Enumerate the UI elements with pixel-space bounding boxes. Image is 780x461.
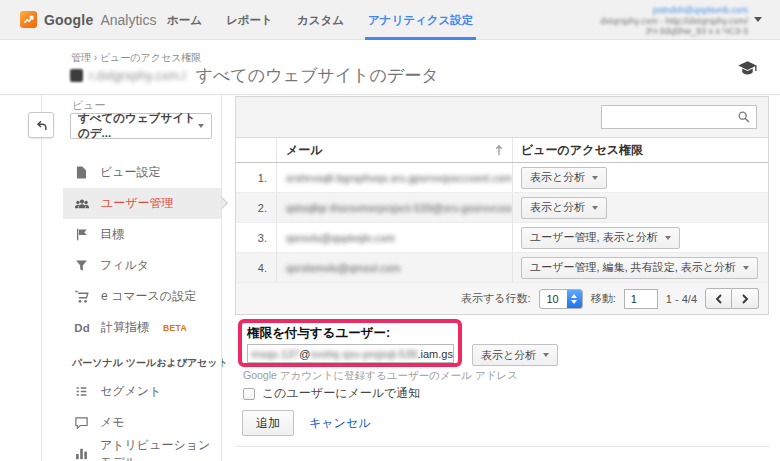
permission-value: ユーザー管理, 編集, 共有設定, 表示と分析 <box>530 260 736 275</box>
nav-admin-label: アナリティクス設定 <box>368 13 473 28</box>
left-gutter-divider <box>41 95 42 461</box>
page-title-row: r.dxtgrxphy.cxm.l すべてのウェブサイトのデータ <box>70 64 439 87</box>
user-permissions-panel: メール ビューのアクセス権限 1. srshrvsqtl-bgrsphvqs.s… <box>235 96 769 315</box>
permission-value: 表示と分析 <box>481 348 536 363</box>
rows-per-page-select[interactable]: 10 <box>539 289 583 309</box>
permission-dropdown[interactable]: 表示と分析 <box>521 197 607 219</box>
previous-page-button[interactable] <box>705 288 732 309</box>
row-number-header <box>236 138 277 162</box>
sidebar-item-user-management[interactable]: ユーザー管理 <box>63 188 221 219</box>
account-property: dxtqrsphy.cxm - http://dxtqrsphy.cxm/ <box>600 16 748 27</box>
row-number: 1. <box>236 163 277 192</box>
sidebar-item-segments[interactable]: セグメント <box>63 376 221 407</box>
content-bottom-divider <box>235 446 769 447</box>
sidebar-item-label: メモ <box>100 414 125 431</box>
bar-chart-icon <box>74 446 89 461</box>
row-email-cell: srshrvsqtl-bgrsphvqs.srs.gpsrvvqssccsxnt… <box>277 163 513 192</box>
sidebar-divider <box>221 95 222 461</box>
stepper-icon <box>567 290 582 308</box>
permission-column-header: ビューのアクセス権限 <box>513 138 768 162</box>
brand[interactable]: Google Analytics <box>20 11 156 28</box>
new-user-permission-wrap: 表示と分析 <box>472 344 558 366</box>
caret-down-icon <box>543 353 549 357</box>
top-bar: Google Analytics ホーム レポート カスタム アナリティクス設定… <box>0 0 780 40</box>
email-column-header[interactable]: メール <box>277 138 513 162</box>
permission-dropdown[interactable]: ユーザー管理, 編集, 共有設定, 表示と分析 <box>521 257 758 279</box>
goto-page-input[interactable]: 1 <box>624 289 658 309</box>
new-user-email-input[interactable]: msqs-137@svshq qsv-prsjsqt-539.iam.gserv… <box>247 344 454 363</box>
sidebar-item-label: ビュー設定 <box>100 164 161 181</box>
chevron-left-icon <box>715 294 723 304</box>
chevron-right-icon <box>741 294 749 304</box>
cancel-link[interactable]: キャンセル <box>309 415 370 432</box>
sidebar-item-label: e コマースの設定 <box>101 288 196 305</box>
row-permission-cell: 表示と分析 <box>513 193 768 222</box>
personal-tools-section: パーソナル ツールおよびアセット <box>72 356 214 370</box>
nav-reporting[interactable]: レポート <box>226 0 273 40</box>
row-email-cell: qsrsvls@qsplvqln.cxm <box>277 223 513 252</box>
nav-home[interactable]: ホーム <box>167 0 202 40</box>
brand-google-text: Google <box>44 12 93 28</box>
row-permission-cell: ユーザー管理, 表示と分析 <box>513 223 768 252</box>
user-email: qstsqllqr-thsrsvmxrprsjsct-539@srs-gssrv… <box>286 202 512 214</box>
nav-admin[interactable]: アナリティクス設定 <box>368 0 473 40</box>
row-email-cell: qsrslsmvls@qmsvl.cxm <box>277 253 513 282</box>
property-name: r.dxtgrxphy.cxm.l <box>89 68 186 83</box>
brand-analytics-text: Analytics <box>100 12 156 28</box>
new-user-permission-dropdown[interactable]: 表示と分析 <box>472 344 558 366</box>
permission-value: 表示と分析 <box>530 170 585 185</box>
sidebar-item-label: 目標 <box>100 226 124 243</box>
document-icon <box>74 165 89 180</box>
account-view: 3Ч-3dq5hw_93 x x ЧC3-3 <box>600 26 748 37</box>
next-page-button[interactable] <box>732 288 759 309</box>
account-switcher[interactable]: pstndsh@qxplsvnb.cxm dxtqrsphy.cxm - htt… <box>600 5 748 37</box>
row-permission-cell: ユーザー管理, 編集, 共有設定, 表示と分析 <box>513 253 768 282</box>
email-helper-text: Google アカウントに登録するユーザーのメール アドレス <box>243 369 518 383</box>
sidebar-item-filters[interactable]: フィルタ <box>63 250 221 281</box>
permission-value: 表示と分析 <box>530 200 585 215</box>
title-bar: 管理 › ビューのアクセス権限 r.dxtgrxphy.cxm.l すべてのウェ… <box>0 41 780 95</box>
academy-graduation-cap-icon[interactable] <box>737 60 758 82</box>
sort-ascending-icon[interactable] <box>493 143 505 157</box>
table-row: 3. qsrsvls@qsplvqln.cxm ユーザー管理, 表示と分析 <box>236 223 768 253</box>
sidebar-item-annotations[interactable]: メモ <box>63 407 221 438</box>
property-favicon <box>70 69 83 82</box>
flag-icon <box>74 227 89 242</box>
notify-checkbox[interactable] <box>243 388 255 400</box>
beta-badge: BETA <box>163 323 187 333</box>
breadcrumb[interactable]: 管理 › ビューのアクセス権限 <box>71 51 202 65</box>
view-selector-dropdown[interactable]: すべてのウェブサイトのデ... <box>70 113 212 139</box>
table-row: 2. qstsqllqr-thsrsvmxrprsjsct-539@srs-gs… <box>236 193 768 223</box>
nav-customization[interactable]: カスタム <box>297 0 344 40</box>
page-range-text: 1 - 4/4 <box>666 293 697 305</box>
page-title: すべてのウェブサイトのデータ <box>196 64 439 87</box>
sidebar-item-label: セグメント <box>100 383 161 400</box>
caret-down-icon <box>592 206 598 210</box>
row-number: 4. <box>236 253 277 282</box>
permission-dropdown[interactable]: ユーザー管理, 表示と分析 <box>521 227 680 249</box>
search-input[interactable] <box>601 105 757 129</box>
segments-icon <box>74 384 89 399</box>
back-button[interactable] <box>28 112 54 138</box>
user-email: qsrslsmvls@qmsvl.cxm <box>286 262 400 274</box>
email-suffix: .iam.gserviceaccoun <box>417 348 454 360</box>
table-row: 1. srshrvsqtl-bgrsphvqs.srs.gpsrvvqssccs… <box>236 163 768 193</box>
sidebar-item-calculated-metrics[interactable]: Dd 計算指標 BETA <box>63 312 221 343</box>
sidebar-item-ecommerce-settings[interactable]: e コマースの設定 <box>63 281 221 312</box>
add-button[interactable]: 追加 <box>242 410 294 436</box>
grant-permission-label: 権限を付与するユーザー: <box>247 325 454 342</box>
email-header-label: メール <box>286 142 323 159</box>
sidebar-menu: ビュー設定 ユーザー管理 目標 フィルタ e コマースの設定 Dd 計算指標 B… <box>63 157 221 343</box>
permission-dropdown[interactable]: 表示と分析 <box>521 167 607 189</box>
rows-per-page-label: 表示する行数: <box>461 291 531 306</box>
sidebar-item-view-settings[interactable]: ビュー設定 <box>63 157 221 188</box>
memo-speech-bubble-icon <box>74 415 89 430</box>
account-caret-down-icon[interactable] <box>754 17 762 22</box>
annotation-highlight-box: 権限を付与するユーザー: msqs-137@svshq qsv-prsjsqt-… <box>238 319 462 367</box>
email-domain: svshq qsv-prsjsqt-539 <box>310 348 417 360</box>
sidebar-item-attribution-models[interactable]: アトリビューション モデル <box>63 438 221 461</box>
pagination-bar: 表示する行数: 10 移動: 1 1 - 4/4 <box>236 283 768 314</box>
search-icon <box>737 110 751 124</box>
sidebar-item-goals[interactable]: 目標 <box>63 219 221 250</box>
shopping-cart-icon <box>74 289 90 305</box>
